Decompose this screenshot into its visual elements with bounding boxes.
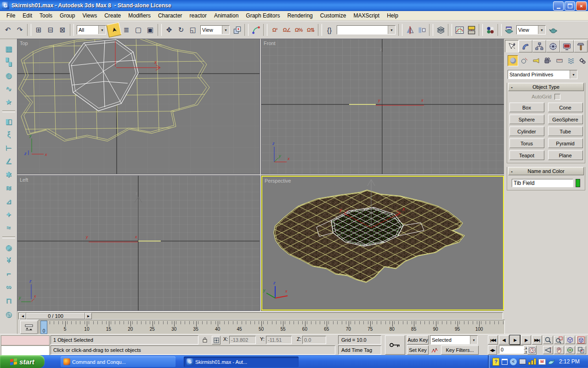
track-bar-ruler[interactable]: 0510152025303540455055606570758085909510… (39, 320, 505, 335)
help-tray-icon[interactable]: ? (492, 358, 499, 366)
geometry-category-icon[interactable] (508, 55, 518, 66)
menu-file[interactable]: File (3, 11, 19, 20)
pyramid-button[interactable]: Pyramid (548, 138, 583, 148)
zoom-extents-icon[interactable] (565, 336, 575, 344)
mirror-icon[interactable] (404, 24, 416, 36)
menu-edit[interactable]: Edit (19, 11, 36, 20)
box-button[interactable]: Box (509, 103, 544, 112)
angle-snap-icon[interactable]: Ω∠ (281, 24, 293, 36)
x-coordinate-field[interactable]: -13.802 (229, 336, 256, 344)
systems-category-icon[interactable] (577, 55, 588, 66)
taskbar-task-3dsmax[interactable]: G Skirmish01.max - Aut... (184, 356, 299, 367)
restore-button[interactable] (565, 1, 575, 11)
window-tray-icon[interactable] (502, 359, 508, 365)
add-time-tag[interactable]: Add Time Tag (338, 345, 381, 355)
category-dropdown[interactable]: Standard Primitives ▼ (508, 70, 577, 79)
space-warps-category-icon[interactable] (565, 55, 576, 66)
wind-icon[interactable]: ≋ (3, 182, 14, 193)
viewport-front-label[interactable]: Front (264, 40, 276, 46)
key-filters-button[interactable]: Key Filters... (441, 345, 479, 355)
tube-button[interactable]: Tube (548, 126, 583, 136)
tab-display[interactable] (560, 40, 574, 52)
maxscript-listener-line[interactable] (1, 345, 50, 356)
current-frame-marker[interactable]: 0 (40, 321, 47, 334)
gmail-notifier-icon[interactable]: M (538, 359, 546, 365)
menu-views[interactable]: Views (79, 11, 101, 20)
hinge-constraint-icon[interactable]: ⌐ (3, 268, 14, 279)
go-to-end-button[interactable]: ▶▶| (532, 335, 542, 345)
deforming-mesh-collection-icon[interactable]: ★ (3, 96, 14, 107)
object-name-field[interactable] (512, 179, 573, 187)
reference-coordinate-dropdown[interactable]: View▼ (200, 25, 230, 34)
ragdoll-constraint-icon[interactable]: ¥ (3, 255, 14, 266)
layer-manager-icon[interactable] (435, 24, 447, 36)
menu-group[interactable]: Group (56, 11, 79, 20)
rigid-body-collection-icon[interactable]: ▦ (3, 43, 14, 54)
arc-rotate-icon[interactable] (565, 346, 575, 354)
viewport-perspective[interactable]: Perspective (261, 176, 504, 310)
messenger-bird-icon[interactable] (548, 359, 555, 365)
selection-lock-icon[interactable] (201, 336, 209, 344)
lights-category-icon[interactable] (531, 55, 542, 66)
chevron-down-icon[interactable]: ▼ (98, 26, 106, 34)
object-type-rollout-header[interactable]: - Object Type (508, 83, 584, 91)
close-button[interactable]: × (576, 1, 587, 11)
menu-graph-editors[interactable]: Graph Editors (242, 11, 283, 20)
menu-help[interactable]: Help (383, 11, 402, 20)
tab-create[interactable] (505, 40, 519, 52)
select-by-name-icon[interactable]: ≣ (120, 24, 132, 36)
taskbar-task-browser[interactable]: Command and Conqu... (61, 356, 175, 367)
snap-toggle-icon[interactable]: Ω³ (269, 24, 281, 36)
go-to-start-button[interactable]: |◀◀ (488, 335, 498, 345)
menu-character[interactable]: Character (154, 11, 186, 20)
min-max-toggle-icon[interactable] (576, 346, 586, 354)
pan-icon[interactable] (554, 346, 564, 354)
minimize-button[interactable] (553, 1, 564, 11)
next-frame-arrow[interactable]: ► (85, 313, 92, 319)
next-frame-button[interactable]: |▶ (521, 335, 531, 345)
open-mini-curve-editor-button[interactable] (20, 321, 38, 334)
cameras-category-icon[interactable] (543, 55, 553, 66)
plane-button[interactable]: Plane (548, 150, 583, 160)
unlink-selection-icon[interactable]: ⊟ (45, 24, 57, 36)
hide-icons-button[interactable]: < (510, 358, 517, 365)
schematic-view-icon[interactable] (465, 24, 477, 36)
maxscript-mini-listener[interactable] (1, 335, 50, 345)
tab-utilities[interactable] (574, 40, 588, 52)
render-type-dropdown[interactable]: View▼ (516, 25, 546, 34)
geosphere-button[interactable]: GeoSphere (548, 115, 583, 124)
y-coordinate-field[interactable]: -11.51 (266, 336, 292, 344)
select-and-link-icon[interactable]: ⊞ (33, 24, 45, 36)
auto-key-button[interactable]: Auto Key (407, 335, 429, 345)
menu-modifiers[interactable]: Modifiers (124, 11, 154, 20)
chevron-down-icon[interactable]: ▼ (222, 26, 229, 34)
linear-dashpot-icon[interactable]: ⊢ (3, 142, 14, 153)
time-configuration-button[interactable] (527, 345, 537, 355)
curve-editor-icon[interactable] (453, 24, 465, 36)
collapse-icon[interactable]: - (509, 168, 515, 174)
chevron-down-icon[interactable]: ▼ (538, 26, 545, 34)
menu-customize[interactable]: Customize (317, 11, 350, 20)
teapot-button[interactable]: Teapot (509, 150, 544, 160)
network-tray-icon[interactable] (519, 359, 526, 364)
select-and-manipulate-icon[interactable] (250, 24, 262, 36)
zoom-all-icon[interactable] (554, 336, 564, 344)
spring-icon[interactable]: ξ (3, 129, 14, 140)
fracture-icon[interactable]: ✦ (3, 209, 14, 220)
sphere-button[interactable]: Sphere (509, 115, 544, 124)
select-and-move-icon[interactable]: ✥ (163, 24, 175, 36)
cone-button[interactable]: Cone (548, 103, 583, 112)
tab-motion[interactable] (546, 40, 560, 52)
menu-tools[interactable]: Tools (36, 11, 56, 20)
cloth-collection-icon[interactable]: ▚ (3, 56, 14, 67)
viewport-perspective-label[interactable]: Perspective (265, 178, 291, 184)
menu-maxscript[interactable]: MAXScript (350, 11, 383, 20)
time-slider-track[interactable]: ◄ 0 / 100 ► (18, 312, 503, 320)
menu-reactor[interactable]: reactor (186, 11, 210, 20)
cylinder-button[interactable]: Cylinder (509, 126, 544, 136)
menu-rendering[interactable]: Rendering (283, 11, 316, 20)
menu-animation[interactable]: Animation (210, 11, 242, 20)
chevron-down-icon[interactable]: ▼ (570, 70, 577, 79)
key-mode-toggle-button[interactable]: ◀▶ (488, 345, 497, 355)
time-slider-handle[interactable]: 0 / 100 (26, 313, 85, 319)
